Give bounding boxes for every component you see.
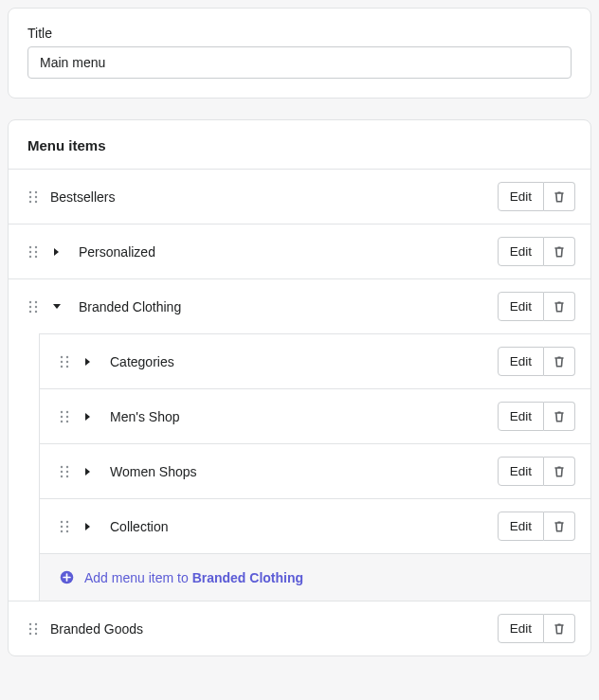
svg-point-24	[61, 410, 63, 412]
expand-toggle[interactable]	[82, 357, 95, 367]
menu-item-actions: Edit	[498, 292, 575, 321]
title-card: Title	[8, 8, 591, 99]
menu-item-row: Collection Edit	[40, 498, 590, 553]
expand-toggle[interactable]	[82, 522, 95, 531]
svg-point-39	[66, 525, 68, 527]
svg-point-18	[61, 355, 63, 357]
svg-point-27	[66, 415, 68, 417]
menu-items-card: Menu items Bestsellers Edit Personalized…	[8, 119, 591, 656]
svg-point-36	[61, 520, 63, 522]
svg-point-14	[29, 305, 31, 307]
caret-right-icon	[84, 467, 92, 476]
delete-button[interactable]	[544, 347, 575, 376]
svg-point-35	[66, 475, 68, 476]
svg-point-32	[61, 470, 63, 472]
caret-right-icon	[53, 247, 61, 257]
menu-item-actions: Edit	[498, 457, 575, 486]
svg-point-41	[66, 529, 68, 531]
menu-items-header: Menu items	[9, 120, 590, 169]
trash-icon	[552, 519, 567, 534]
drag-handle-icon[interactable]	[59, 520, 70, 533]
drag-handle-icon[interactable]	[27, 300, 39, 314]
title-input[interactable]	[27, 46, 572, 79]
svg-point-29	[66, 420, 68, 422]
menu-item-row: Branded Goods Edit	[9, 601, 590, 655]
svg-point-40	[61, 529, 63, 531]
delete-button[interactable]	[544, 512, 575, 541]
edit-button[interactable]: Edit	[498, 292, 544, 321]
svg-point-3	[35, 195, 37, 197]
drag-handle-icon[interactable]	[59, 355, 70, 368]
menu-item-label: Personalized	[79, 244, 498, 260]
svg-point-15	[35, 305, 37, 307]
svg-point-44	[35, 622, 37, 624]
svg-point-37	[66, 520, 68, 522]
delete-button[interactable]	[544, 614, 575, 643]
delete-button[interactable]	[544, 457, 575, 486]
trash-icon	[552, 464, 567, 479]
menu-item-row: Bestsellers Edit	[9, 169, 590, 224]
expand-toggle[interactable]	[82, 412, 95, 422]
menu-item-actions: Edit	[498, 614, 575, 643]
svg-point-7	[35, 245, 37, 247]
svg-point-48	[35, 632, 37, 634]
drag-handle-icon[interactable]	[59, 410, 70, 423]
drag-handle-icon[interactable]	[27, 190, 39, 204]
drag-handle-icon[interactable]	[27, 622, 39, 636]
menu-item-actions: Edit	[498, 512, 575, 541]
edit-button[interactable]: Edit	[498, 237, 544, 266]
svg-point-16	[29, 310, 31, 312]
svg-point-22	[61, 365, 63, 367]
menu-item-row: Men's Shop Edit	[40, 388, 590, 443]
caret-down-icon	[52, 303, 62, 311]
caret-right-icon	[84, 412, 92, 422]
svg-point-6	[29, 245, 31, 247]
delete-button[interactable]	[544, 292, 575, 321]
svg-point-1	[35, 190, 37, 192]
delete-button[interactable]	[544, 182, 575, 211]
drag-handle-icon[interactable]	[59, 465, 70, 478]
svg-point-12	[29, 300, 31, 302]
add-menu-item-text: Add menu item to Branded Clothing	[84, 570, 303, 585]
menu-item-actions: Edit	[498, 182, 575, 211]
delete-button[interactable]	[544, 237, 575, 266]
delete-button[interactable]	[544, 402, 575, 431]
svg-point-11	[35, 255, 37, 257]
menu-item-label: Branded Goods	[50, 621, 498, 637]
plus-circle-icon	[59, 569, 75, 585]
svg-point-19	[66, 355, 68, 357]
svg-point-2	[29, 195, 31, 197]
edit-button[interactable]: Edit	[498, 182, 544, 211]
add-prefix: Add menu item to	[84, 570, 192, 585]
edit-button[interactable]: Edit	[498, 512, 544, 541]
add-target: Branded Clothing	[192, 570, 303, 585]
collapse-toggle[interactable]	[50, 303, 64, 311]
svg-point-45	[29, 627, 31, 629]
svg-point-30	[61, 465, 63, 467]
svg-point-26	[61, 415, 63, 417]
drag-handle-icon[interactable]	[27, 245, 39, 259]
svg-point-4	[29, 200, 31, 202]
expand-toggle[interactable]	[50, 247, 64, 257]
expand-toggle[interactable]	[82, 467, 95, 476]
svg-point-34	[61, 475, 63, 476]
trash-icon	[552, 244, 567, 260]
edit-button[interactable]: Edit	[498, 402, 544, 431]
caret-right-icon	[84, 357, 92, 367]
menu-item-row: Women Shops Edit	[40, 443, 590, 498]
svg-point-21	[66, 360, 68, 362]
caret-right-icon	[84, 522, 92, 531]
edit-button[interactable]: Edit	[498, 614, 544, 643]
svg-point-33	[66, 470, 68, 472]
add-menu-item-button[interactable]: Add menu item to Branded Clothing	[40, 553, 590, 601]
menu-item-label: Women Shops	[110, 464, 498, 479]
svg-point-9	[35, 250, 37, 252]
edit-button[interactable]: Edit	[498, 347, 544, 376]
edit-button[interactable]: Edit	[498, 457, 544, 486]
svg-point-5	[35, 200, 37, 202]
trash-icon	[552, 189, 567, 205]
menu-item-row: Branded Clothing Edit	[9, 278, 590, 333]
menu-item-label: Men's Shop	[110, 409, 498, 424]
menu-item-row: Categories Edit	[40, 333, 590, 388]
menu-item-actions: Edit	[498, 402, 575, 431]
